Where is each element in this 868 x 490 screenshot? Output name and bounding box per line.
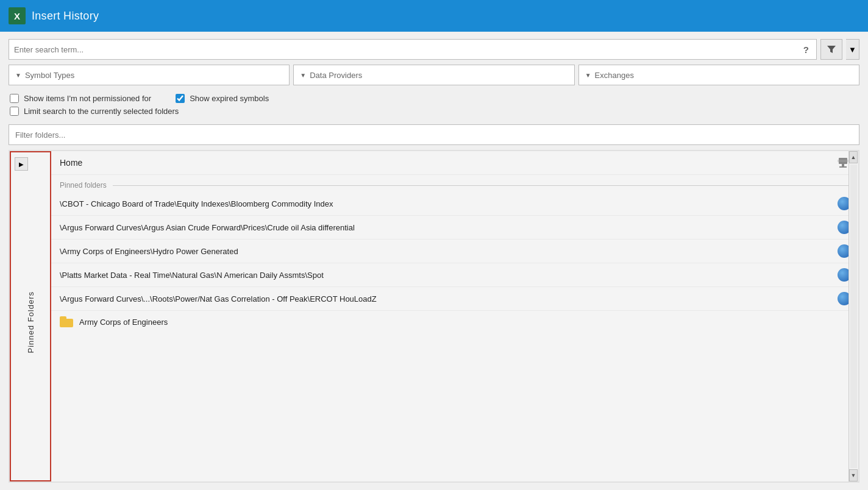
pinned-folders-label: Pinned Folders — [26, 291, 35, 353]
scroll-up-button[interactable]: ▲ — [849, 151, 858, 163]
list-item-text: \CBOT - Chicago Board of Trade\Equity In… — [60, 199, 838, 208]
title-bar: X Insert History — [0, 0, 868, 32]
list-item[interactable]: \Army Corps of Engineers\Hydro Power Gen… — [51, 240, 858, 263]
show-expired-checkbox-item: Show expired symbols — [176, 94, 269, 103]
not-permissioned-label: Show items I'm not permissioned for — [24, 94, 151, 103]
data-providers-dropdown[interactable]: ▼ Data Providers — [293, 65, 574, 85]
main-content: ? ▼ ▼ Symbol Types ▼ Data Providers ▼ Ex… — [0, 32, 868, 490]
window-title: Insert History — [32, 10, 99, 23]
filter-folders-wrap — [9, 124, 859, 145]
filter-icon — [827, 44, 836, 54]
folder-item[interactable]: Army Corps of Engineers — [51, 311, 858, 333]
pinned-folders-section-label: Pinned folders — [60, 181, 107, 190]
dropdowns-row: ▼ Symbol Types ▼ Data Providers ▼ Exchan… — [9, 65, 859, 85]
folder-icon — [60, 316, 73, 327]
list-item-home[interactable]: Home — [51, 151, 858, 175]
home-item-text: Home — [60, 158, 835, 168]
filter-folders-input[interactable] — [15, 130, 853, 140]
symbol-types-label: Symbol Types — [25, 71, 74, 80]
exchanges-dropdown[interactable]: ▼ Exchanges — [578, 65, 859, 85]
list-item[interactable]: \Argus Forward Curves\...\Roots\Power/Na… — [51, 287, 858, 311]
list-item-text: \Argus Forward Curves\Argus Asian Crude … — [60, 223, 838, 232]
svg-marker-0 — [827, 46, 836, 53]
filter-dropdown-button[interactable]: ▼ — [846, 39, 859, 60]
pinned-expand-button[interactable]: ▶ — [15, 157, 28, 171]
checkboxes-section: Show items I'm not permissioned for Show… — [9, 90, 859, 119]
data-providers-label: Data Providers — [310, 71, 362, 80]
tree-area: ▶ Pinned Folders Home Pinn — [9, 150, 859, 483]
not-permissioned-checkbox[interactable] — [10, 94, 19, 103]
list-item[interactable]: \CBOT - Chicago Board of Trade\Equity In… — [51, 192, 858, 216]
filter-dropdown-arrow: ▼ — [848, 45, 856, 54]
show-expired-checkbox[interactable] — [176, 94, 185, 103]
data-providers-arrow: ▼ — [300, 72, 306, 79]
svg-rect-4 — [838, 160, 848, 162]
search-row: ? ▼ — [9, 39, 859, 60]
list-item-text: \Platts Market Data - Real Time\Natural … — [60, 271, 838, 280]
scrollbar-area: ▲ ▼ — [848, 151, 858, 481]
search-input-wrap: ? — [9, 39, 817, 60]
show-expired-label: Show expired symbols — [190, 94, 269, 103]
pinned-folders-header: Pinned folders — [51, 175, 858, 192]
svg-rect-3 — [839, 166, 847, 168]
symbol-types-dropdown[interactable]: ▼ Symbol Types — [9, 65, 290, 85]
list-item[interactable]: \Platts Market Data - Real Time\Natural … — [51, 263, 858, 287]
list-item-text: \Army Corps of Engineers\Hydro Power Gen… — [60, 247, 838, 256]
exchanges-label: Exchanges — [595, 71, 634, 80]
not-permissioned-checkbox-item: Show items I'm not permissioned for — [10, 94, 151, 103]
pinned-folders-divider — [113, 185, 850, 186]
list-area[interactable]: Home Pinned folders \CBOT - Chicago Boa — [51, 151, 858, 481]
filter-button[interactable] — [820, 39, 842, 60]
limit-search-checkbox[interactable] — [10, 107, 19, 116]
list-item-text: \Argus Forward Curves\...\Roots\Power/Na… — [60, 294, 838, 304]
limit-search-label: Limit search to the currently selected f… — [24, 107, 179, 116]
list-item[interactable]: \Argus Forward Curves\Argus Asian Crude … — [51, 216, 858, 240]
limit-search-checkbox-item: Limit search to the currently selected f… — [10, 107, 858, 116]
exchanges-arrow: ▼ — [585, 72, 591, 79]
expand-arrow-icon: ▶ — [19, 161, 24, 168]
app-icon: X — [9, 7, 26, 24]
search-input[interactable] — [14, 45, 799, 54]
folder-item-text: Army Corps of Engineers — [79, 318, 851, 327]
search-help-button[interactable]: ? — [801, 44, 811, 55]
pinned-folders-sidebar: ▶ Pinned Folders — [10, 151, 51, 481]
symbol-types-arrow: ▼ — [15, 72, 21, 79]
scroll-down-button[interactable]: ▼ — [849, 469, 858, 481]
